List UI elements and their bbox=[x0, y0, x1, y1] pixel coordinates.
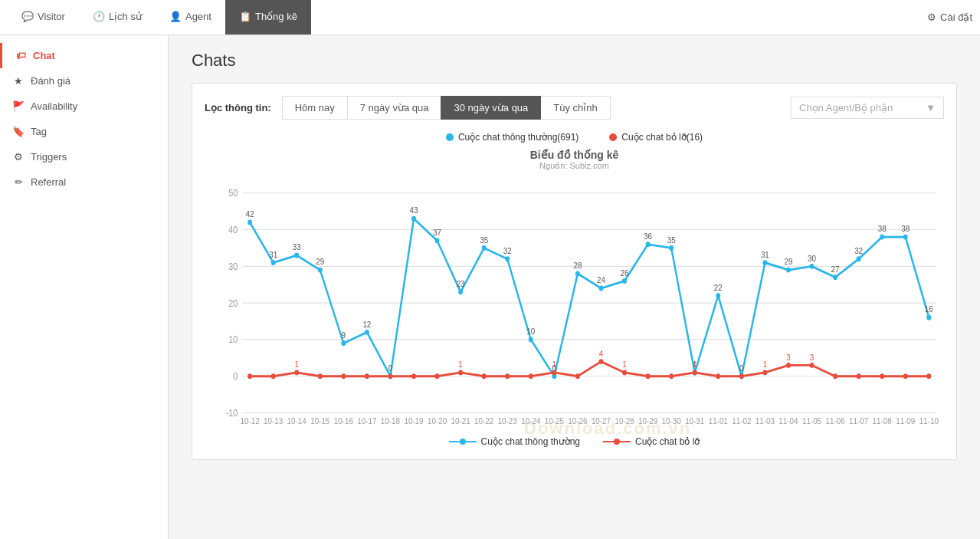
svg-text:10-24: 10-24 bbox=[521, 416, 540, 426]
svg-point-84 bbox=[458, 370, 463, 376]
svg-text:1: 1 bbox=[763, 359, 768, 369]
svg-point-76 bbox=[294, 370, 299, 376]
filter-label: Lọc thông tin: bbox=[205, 102, 271, 113]
svg-text:38: 38 bbox=[878, 224, 887, 234]
gear-icon: ⚙ bbox=[927, 12, 936, 23]
sidebar-tag-label: Tag bbox=[31, 126, 47, 137]
svg-point-97 bbox=[669, 373, 674, 379]
svg-text:20: 20 bbox=[228, 297, 238, 308]
svg-text:11-08: 11-08 bbox=[873, 416, 892, 426]
svg-point-146 bbox=[614, 439, 620, 445]
svg-text:35: 35 bbox=[480, 235, 488, 245]
tag-icon: 🔖 bbox=[12, 126, 25, 137]
svg-text:11-10: 11-10 bbox=[919, 416, 939, 426]
stats-icon: 📋 bbox=[239, 11, 251, 22]
history-icon: 🕐 bbox=[93, 11, 105, 22]
sidebar-item-chat[interactable]: 🏷 Chat bbox=[0, 43, 168, 68]
filter-custom[interactable]: Tùy chỉnh bbox=[540, 96, 610, 120]
svg-text:50: 50 bbox=[228, 188, 238, 199]
filter-today[interactable]: Hôm nay bbox=[282, 96, 348, 120]
svg-text:36: 36 bbox=[644, 231, 652, 241]
sidebar-item-referral[interactable]: ✏ Referral bbox=[0, 169, 168, 195]
filter-7days[interactable]: 7 ngày vừa qua bbox=[347, 96, 442, 120]
svg-text:10-15: 10-15 bbox=[310, 416, 329, 426]
svg-point-106 bbox=[810, 363, 814, 368]
svg-text:22: 22 bbox=[714, 282, 723, 292]
svg-point-74 bbox=[247, 373, 252, 379]
svg-point-98 bbox=[693, 370, 697, 376]
sidebar-triggers-label: Triggers bbox=[31, 151, 67, 163]
svg-point-66 bbox=[857, 256, 861, 261]
svg-point-44 bbox=[599, 286, 604, 291]
svg-point-58 bbox=[762, 260, 767, 265]
trigger-icon: ⚙ bbox=[12, 151, 25, 163]
svg-text:1: 1 bbox=[458, 359, 463, 369]
legend-bottom-missed: Cuộc chat bỏ lỡ bbox=[603, 436, 700, 447]
nav-history[interactable]: 🕐 Lịch sử bbox=[79, 0, 156, 35]
svg-text:10-17: 10-17 bbox=[357, 416, 376, 426]
svg-text:33: 33 bbox=[293, 242, 301, 251]
svg-point-110 bbox=[880, 373, 884, 379]
nav-history-label: Lịch sử bbox=[109, 11, 142, 22]
svg-text:28: 28 bbox=[573, 260, 582, 270]
nav-stats[interactable]: 📋 Thống kê bbox=[225, 0, 311, 35]
sidebar-item-triggers[interactable]: ⚙ Triggers bbox=[0, 144, 168, 169]
chart-area: 50 40 30 20 10 0 -10 4231332991204337233… bbox=[205, 176, 944, 429]
legend-missed-dot bbox=[609, 133, 617, 141]
chart-svg: 50 40 30 20 10 0 -10 4231332991204337233… bbox=[205, 176, 944, 429]
svg-point-18 bbox=[294, 253, 299, 258]
sidebar-item-availability[interactable]: 🚩 Availability bbox=[0, 94, 168, 119]
svg-text:26: 26 bbox=[621, 268, 629, 278]
svg-text:0: 0 bbox=[233, 371, 238, 382]
svg-point-78 bbox=[318, 373, 323, 379]
svg-text:10-25: 10-25 bbox=[545, 416, 564, 426]
svg-text:32: 32 bbox=[503, 245, 512, 255]
svg-point-112 bbox=[926, 373, 931, 379]
agent-selector[interactable]: Chọn Agent/Bộ phận ▼ bbox=[791, 97, 944, 119]
svg-text:10-12: 10-12 bbox=[241, 416, 260, 426]
svg-text:38: 38 bbox=[901, 224, 910, 234]
referral-icon: ✏ bbox=[12, 176, 25, 188]
filter-bar: Lọc thông tin: Hôm nay 7 ngày vừa qua 30… bbox=[205, 96, 944, 120]
svg-text:10: 10 bbox=[526, 326, 535, 336]
svg-point-89 bbox=[552, 370, 556, 376]
legend-bottom-normal: Cuộc chat thông thường bbox=[449, 436, 580, 447]
svg-point-109 bbox=[857, 373, 861, 379]
svg-text:10-28: 10-28 bbox=[615, 416, 634, 426]
svg-text:10: 10 bbox=[228, 334, 238, 345]
svg-text:10-14: 10-14 bbox=[287, 416, 306, 426]
settings-button[interactable]: ⚙ Cài đặt bbox=[927, 12, 972, 23]
svg-point-79 bbox=[341, 373, 346, 379]
svg-text:10-13: 10-13 bbox=[264, 416, 283, 426]
legend-normal-dot bbox=[446, 133, 454, 141]
sidebar-item-tag[interactable]: 🔖 Tag bbox=[0, 119, 168, 144]
svg-point-75 bbox=[271, 373, 276, 379]
legend-normal: Cuộc chat thông thường(691) bbox=[446, 132, 578, 143]
svg-text:10-23: 10-23 bbox=[498, 416, 517, 426]
filter-30days[interactable]: 30 ngày vừa qua bbox=[441, 96, 541, 120]
svg-point-30 bbox=[435, 238, 440, 243]
nav-visitor[interactable]: 💬 Visitor bbox=[8, 0, 79, 35]
svg-text:4: 4 bbox=[599, 348, 604, 358]
svg-point-102 bbox=[762, 370, 767, 376]
sidebar-availability-label: Availability bbox=[31, 100, 77, 112]
chat-icon: 🏷 bbox=[15, 50, 27, 61]
nav-stats-label: Thống kê bbox=[255, 11, 297, 22]
stats-card: Lọc thông tin: Hôm nay 7 ngày vừa qua 30… bbox=[192, 83, 957, 460]
svg-point-70 bbox=[903, 235, 908, 240]
svg-point-28 bbox=[411, 216, 416, 222]
chart-legend-top: Cuộc chat thông thường(691) Cuộc chat bỏ… bbox=[205, 132, 944, 143]
nav-agent[interactable]: 👤 Agent bbox=[156, 0, 225, 35]
svg-text:9: 9 bbox=[342, 330, 346, 340]
sidebar-item-rating[interactable]: ★ Đánh giá bbox=[0, 68, 168, 94]
svg-point-50 bbox=[669, 245, 674, 251]
svg-text:37: 37 bbox=[433, 227, 441, 237]
chevron-down-icon: ▼ bbox=[926, 102, 936, 113]
svg-text:10-31: 10-31 bbox=[685, 416, 704, 426]
normal-line-icon bbox=[449, 436, 477, 447]
svg-point-14 bbox=[247, 220, 252, 225]
sidebar-referral-label: Referral bbox=[31, 176, 66, 188]
svg-point-64 bbox=[833, 274, 837, 280]
svg-text:-10: -10 bbox=[226, 407, 238, 418]
svg-point-60 bbox=[786, 268, 791, 273]
